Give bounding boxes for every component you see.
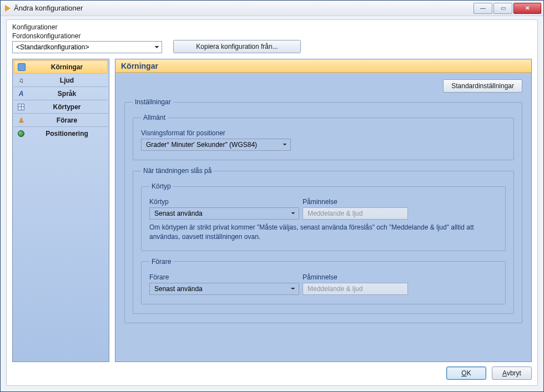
copy-config-button[interactable]: Kopiera konfiguration från... [173,40,301,53]
settings-fieldset: Inställningar Allmänt Visningsformat för… [124,98,522,323]
sidebar-item-positionering[interactable]: Positionering [14,127,108,140]
sidebar-item-korningar[interactable]: Körningar [14,60,108,74]
dialog-footer: OK Avbryt [12,362,532,380]
triptype-legend: Körtyp [149,182,173,190]
top-config-row: Fordonskonfigurationer <Standardkonfigur… [12,32,532,53]
window: Ändra konfigurationer — ▭ ✕ Konfiguratio… [0,0,544,392]
title-bar: Ändra konfigurationer — ▭ ✕ [1,1,543,16]
triptype-note: Om körtypen är strikt privat kommer "Mås… [149,223,497,242]
driver-icon: ♟ [17,116,25,124]
vehicle-config-select[interactable]: <Standardkonfiguration> [12,41,162,53]
triptypes-icon [17,103,25,111]
sidebar-item-sprak[interactable]: A Språk [14,87,108,100]
settings-legend: Inställningar [133,98,173,106]
dialog-body: Konfigurationer Fordonskonfigurationer <… [1,16,543,391]
app-icon [5,5,11,12]
driver-select[interactable]: Senast använda [149,283,299,295]
sidebar-item-label: Språk [29,90,104,98]
triptype-fieldset: Körtyp Körtyp Senast använda [141,182,506,251]
maximize-button[interactable]: ▭ [493,3,512,14]
cancel-button[interactable]: Avbryt [492,366,532,380]
triptype-select[interactable]: Senast använda [149,207,299,220]
sidebar-item-kortyper[interactable]: Körtyper [14,100,108,114]
driver-fieldset: Förare Förare Senast använda [141,258,506,304]
general-legend: Allmänt [141,114,168,121]
ignition-fieldset: När tändningen slås på Körtyp Körtyp Sen… [133,167,514,314]
sidebar-item-forare[interactable]: ♟ Förare [14,114,108,127]
window-controls: — ▭ ✕ [474,3,541,14]
window-title: Ändra konfigurationer [14,4,474,12]
globe-icon [17,130,25,138]
ok-button[interactable]: OK [446,366,486,380]
sidebar-item-label: Körtyper [29,103,104,111]
driver-label: Förare [149,273,299,281]
sidebar-item-label: Körningar [30,63,104,71]
driver-reminder-select: Meddelande & ljud [303,283,408,295]
minimize-button[interactable]: — [474,3,492,14]
sidebar-item-ljud[interactable]: ♫ Ljud [14,74,108,87]
sidebar-item-label: Positionering [29,130,104,138]
sidebar-item-label: Ljud [29,77,104,84]
driver-reminder-label: Påminnelse [303,273,408,281]
run-icon [18,63,26,71]
content-title: Körningar [115,59,531,73]
content-panel: Körningar Standardinställningar Inställn… [115,59,532,362]
vehicle-config-label: Fordonskonfigurationer [12,32,162,40]
triptype-reminder-label: Påminnelse [303,198,408,206]
driver-legend: Förare [149,258,173,266]
ignition-legend: När tändningen slås på [141,167,214,175]
position-format-label: Visningsformat för positioner [141,129,506,137]
general-fieldset: Allmänt Visningsformat för positioner Gr… [133,114,514,160]
language-icon: A [17,90,25,98]
sidebar-item-label: Förare [29,116,104,124]
konfig-label: Konfigurationer [12,23,532,31]
triptype-label: Körtyp [149,198,299,206]
sound-icon: ♫ [17,77,25,84]
triptype-reminder-select: Meddelande & ljud [303,207,408,220]
position-format-select[interactable]: Grader° Minuter' Sekunder" (WGS84) [141,139,291,151]
close-button[interactable]: ✕ [513,3,541,14]
sidebar: Körningar ♫ Ljud A Språk Körtyper [12,59,109,362]
defaults-button[interactable]: Standardinställningar [443,79,522,93]
